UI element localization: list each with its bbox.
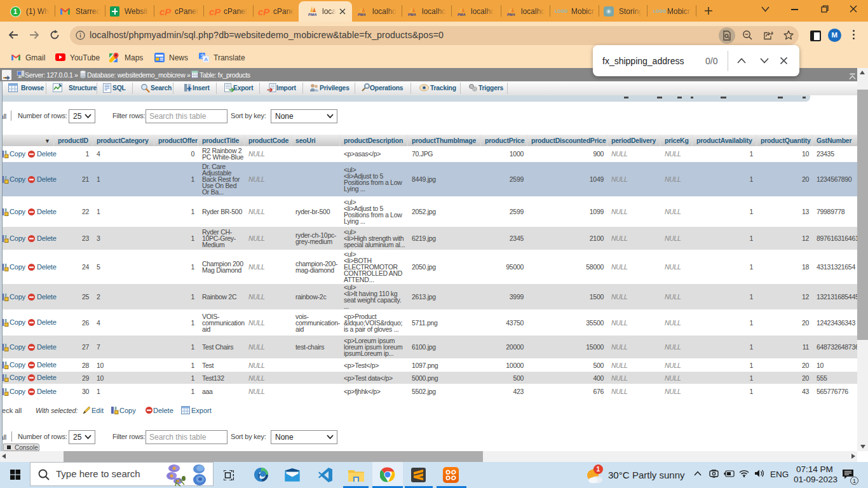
svg-text:PMA: PMA xyxy=(507,13,515,17)
svg-text:A: A xyxy=(205,57,208,62)
svg-text:PMA: PMA xyxy=(358,13,366,17)
svg-text:PMA: PMA xyxy=(458,13,466,17)
svg-text:PMA: PMA xyxy=(408,13,416,17)
svg-text:PMA: PMA xyxy=(308,13,316,17)
